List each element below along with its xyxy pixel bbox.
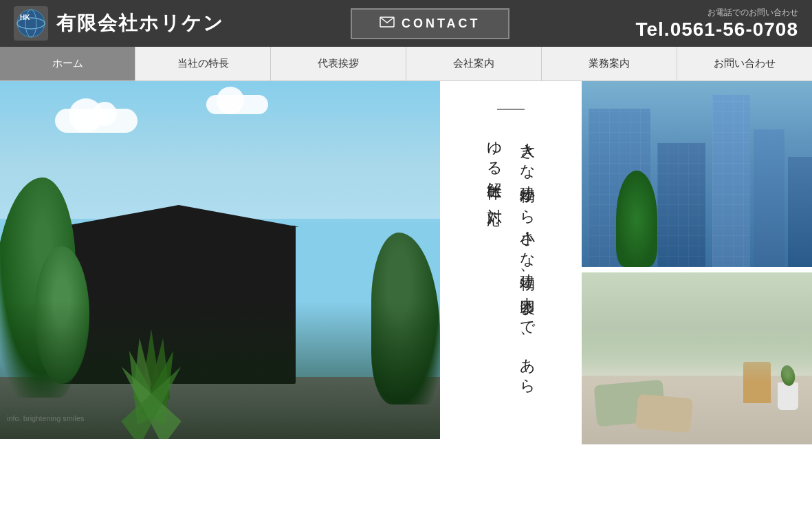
tel-digits: 0561-56-0708 [670, 19, 798, 40]
header-right: お電話でのお問い合わせ Tel.0561-56-0708 [635, 7, 798, 41]
hero-image: info. brightening smiles [0, 81, 440, 439]
site-header: HK 有限会社ホリケン CONTACT お電話でのお問い合わせ Tel.0561… [0, 0, 812, 47]
pillow-2 [635, 394, 693, 433]
nav-item-greeting[interactable]: 代表挨拶 [271, 47, 406, 80]
cloud-2 [206, 95, 268, 114]
hero-bg: info. brightening smiles [0, 81, 440, 439]
nav-label-company: 会社案内 [453, 57, 494, 70]
right-image-top [582, 81, 812, 267]
header-left: HK 有限会社ホリケン [14, 6, 224, 41]
right-image-bottom [582, 272, 812, 444]
skyscraper-4 [754, 129, 784, 267]
main-content: info. brightening smiles 大きな建物から小さな建物、内装… [0, 81, 812, 444]
mail-icon [380, 17, 395, 31]
building-roof [58, 205, 299, 227]
tel-prefix: Tel. [635, 19, 670, 40]
plant-pot [778, 382, 798, 410]
glass-grid-2 [657, 143, 705, 267]
nav-label-contact: お問い合わせ [714, 57, 776, 70]
glass-grid-3 [712, 95, 750, 267]
main-nav: ホーム 当社の特長 代表挨拶 会社案内 業務案内 お問い合わせ [0, 47, 812, 81]
svg-text:HK: HK [20, 14, 30, 21]
agave-plant [83, 315, 220, 439]
nav-item-services[interactable]: 業務案内 [542, 47, 677, 80]
divider-line [497, 109, 525, 110]
company-name: 有限会社ホリケン [56, 10, 224, 36]
nav-label-home: ホーム [52, 57, 83, 70]
wall-bg [582, 272, 812, 382]
skyscraper-3 [712, 95, 750, 267]
cloud-1 [55, 109, 138, 133]
right-gap [582, 267, 812, 272]
nav-item-contact[interactable]: お問い合わせ [677, 47, 812, 80]
skyscraper-5 [788, 157, 812, 267]
watermark-text: info. brightening smiles [7, 413, 85, 425]
nav-label-services: 業務案内 [589, 57, 630, 70]
tree-right-building [616, 171, 657, 267]
center-text-area: 大きな建物から小さな建物、内装まで、あらゆる解体に対応 [440, 81, 582, 444]
nav-label-greeting: 代表挨拶 [318, 57, 359, 70]
contact-button[interactable]: CONTACT [351, 8, 509, 39]
main-tagline: 大きな建物から小さな建物、内装まで、あらゆる解体に対応 [478, 131, 545, 406]
tel-number: Tel.0561-56-0708 [635, 19, 798, 41]
right-column [582, 81, 812, 444]
nav-item-home[interactable]: ホーム [0, 47, 135, 80]
nav-item-features[interactable]: 当社の特長 [135, 47, 271, 80]
contact-label: CONTACT [402, 17, 481, 31]
nav-item-company[interactable]: 会社案内 [406, 47, 542, 80]
logo-icon: HK [14, 6, 48, 41]
nav-label-features: 当社の特長 [177, 57, 229, 70]
tel-label: お電話でのお問い合わせ [635, 7, 798, 19]
skyscraper-2 [657, 143, 705, 267]
